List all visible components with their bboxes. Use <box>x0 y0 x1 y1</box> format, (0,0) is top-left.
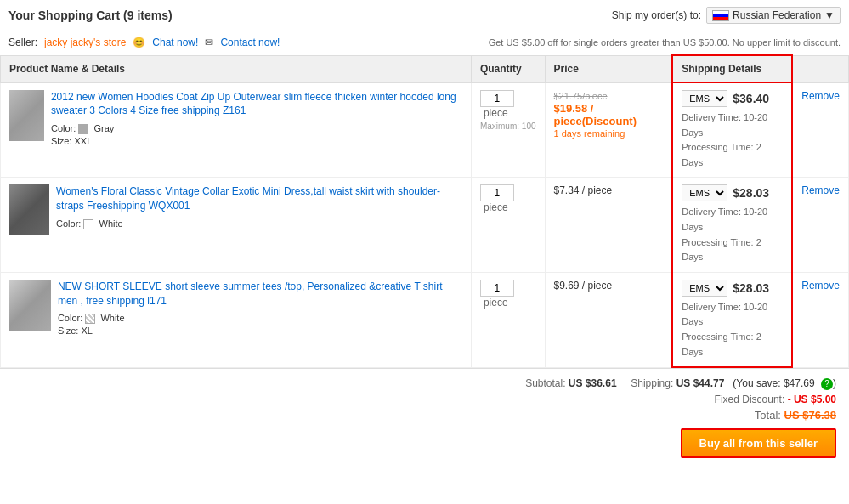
total-row: Total: US $76.38 <box>13 409 836 422</box>
price-note-1: 1 days remaining <box>554 128 625 139</box>
shipping-method-1: EMS $36.40 <box>682 90 783 107</box>
product-size-1: Size: XXL <box>51 136 462 146</box>
subtotal-row: Subtotal: US $36.61 Shipping: US $44.77 … <box>13 377 836 390</box>
delivery-info-3: Delivery Time: 10-20 Days Processing Tim… <box>682 300 783 360</box>
delivery-info-2: Delivery Time: 10-20 Days Processing Tim… <box>682 205 783 264</box>
fixed-discount-amount: - US $5.00 <box>788 394 836 405</box>
product-cell-2: Women's Floral Classic Vintage Collar Ex… <box>1 178 472 272</box>
product-size-3: Size: XL <box>58 326 462 336</box>
col-quantity-header: Quantity <box>471 55 545 82</box>
action-cell-2: Remove <box>792 178 848 272</box>
total-amount: US $76.38 <box>784 409 836 422</box>
price-discount-1: $19.58 / piece(Discount) <box>554 102 664 127</box>
shipping-cell-1: EMS $36.40 Delivery Time: 10-20 Days Pro… <box>672 82 792 178</box>
save-label: You save: $47.69 <box>736 377 814 389</box>
cart-table: Product Name & Details Quantity Price Sh… <box>0 54 849 368</box>
shipping-select-1[interactable]: EMS <box>682 90 727 107</box>
save-info-icon[interactable]: ? <box>821 378 833 390</box>
shipping-cell-3: EMS $28.03 Delivery Time: 10-20 Days Pro… <box>672 272 792 367</box>
product-image-3 <box>9 280 51 331</box>
price-cell-2: $7.34 / piece <box>545 178 672 272</box>
action-cell-3: Remove <box>792 272 848 367</box>
seller-name-link[interactable]: jacky jacky's store <box>44 37 126 48</box>
table-row: Women's Floral Classic Vintage Collar Ex… <box>1 178 849 272</box>
quantity-cell-2: piece <box>471 178 545 272</box>
chat-icon: 😊 <box>133 37 145 48</box>
subtotal-label: Subtotal: <box>525 377 565 389</box>
shipping-select-2[interactable]: EMS <box>682 184 727 201</box>
product-image-2 <box>9 184 49 235</box>
page-title: Your Shopping Cart (9 items) <box>8 8 173 22</box>
price-cell-3: $9.69 / piece <box>545 272 672 367</box>
price-regular-3: $9.69 / piece <box>554 280 613 292</box>
page-header: Your Shopping Cart (9 items) Ship my ord… <box>0 0 849 31</box>
quantity-input-2[interactable] <box>480 184 514 201</box>
price-cell-1: $21.75/piece $19.58 / piece(Discount) 1 … <box>545 82 672 178</box>
seller-label: Seller: <box>8 37 37 48</box>
product-name-link-3[interactable]: NEW SHORT SLEEVE short sleeve summer tee… <box>58 280 462 309</box>
product-color-3: Color: White <box>58 313 462 324</box>
seller-bar: Seller: jacky jacky's store 😊 Chat now! … <box>0 31 849 54</box>
product-cell-1: 2012 new Women Hoodies Coat Zip Up Outer… <box>1 82 472 178</box>
delivery-info-1: Delivery Time: 10-20 Days Processing Tim… <box>682 110 783 170</box>
col-shipping-header: Shipping Details <box>672 55 792 82</box>
max-label-1: Maximum: 100 <box>480 122 536 131</box>
color-swatch-3 <box>85 314 95 324</box>
discount-message: Get US $5.00 off for single orders great… <box>489 37 841 48</box>
piece-label-2: piece <box>484 201 508 213</box>
shipping-price-1: $36.40 <box>733 92 769 105</box>
shipping-select-3[interactable]: EMS <box>682 280 727 297</box>
remove-button-2[interactable]: Remove <box>801 184 840 196</box>
shipping-label: Shipping: <box>631 377 673 389</box>
product-image-1 <box>9 90 44 141</box>
remove-button-1[interactable]: Remove <box>801 90 840 102</box>
shipping-price-3: $28.03 <box>733 281 769 295</box>
color-swatch-1 <box>78 124 88 134</box>
ship-to: Ship my order(s) to: Russian Federation … <box>612 7 841 24</box>
total-label: Total: <box>755 409 781 422</box>
shipping-method-3: EMS $28.03 <box>682 280 783 297</box>
flag-icon <box>712 10 729 21</box>
country-selector[interactable]: Russian Federation ▼ <box>706 7 841 24</box>
shipping-method-2: EMS $28.03 <box>682 184 783 201</box>
table-row: NEW SHORT SLEEVE short sleeve summer tee… <box>1 272 849 367</box>
piece-label-1: piece <box>484 107 508 119</box>
quantity-input-3[interactable] <box>480 280 514 297</box>
shipping-price-2: $28.03 <box>733 186 769 200</box>
price-regular-2: $7.34 / piece <box>554 184 613 196</box>
buy-all-container: Buy all from this seller <box>13 422 836 458</box>
product-cell-3: NEW SHORT SLEEVE short sleeve summer tee… <box>1 272 472 367</box>
discount-row: Fixed Discount: - US $5.00 <box>13 394 836 405</box>
country-name: Russian Federation <box>733 9 821 21</box>
piece-label-3: piece <box>484 297 508 309</box>
fixed-discount-label: Fixed Discount: <box>715 394 785 405</box>
shipping-cell-2: EMS $28.03 Delivery Time: 10-20 Days Pro… <box>672 178 792 272</box>
buy-all-button[interactable]: Buy all from this seller <box>681 428 836 458</box>
contact-now-button[interactable]: Contact now! <box>220 37 280 48</box>
quantity-cell-1: piece Maximum: 100 <box>471 82 545 178</box>
table-row: 2012 new Women Hoodies Coat Zip Up Outer… <box>1 82 849 178</box>
product-name-link-2[interactable]: Women's Floral Classic Vintage Collar Ex… <box>56 184 462 213</box>
subtotal-amount: US $36.61 <box>569 377 617 389</box>
ship-label: Ship my order(s) to: <box>612 9 701 21</box>
action-cell-1: Remove <box>792 82 848 178</box>
quantity-input-1[interactable] <box>480 90 514 107</box>
chat-now-button[interactable]: Chat now! <box>152 37 198 48</box>
seller-info: Seller: jacky jacky's store 😊 Chat now! … <box>8 37 280 48</box>
quantity-cell-3: piece <box>471 272 545 367</box>
dropdown-arrow-icon: ▼ <box>824 9 835 21</box>
product-color-2: Color: White <box>56 218 462 229</box>
col-price-header: Price <box>545 55 672 82</box>
col-action-header <box>792 55 848 82</box>
product-name-link-1[interactable]: 2012 new Women Hoodies Coat Zip Up Outer… <box>51 90 462 119</box>
remove-button-3[interactable]: Remove <box>801 280 840 292</box>
price-original-1: $21.75/piece <box>554 91 608 101</box>
col-product-header: Product Name & Details <box>1 55 472 82</box>
cart-footer: Subtotal: US $36.61 Shipping: US $44.77 … <box>0 368 849 467</box>
email-icon: ✉ <box>205 37 213 48</box>
product-color-1: Color: Gray <box>51 123 462 134</box>
shipping-amount: US $44.77 <box>676 377 725 389</box>
color-swatch-2 <box>83 219 93 229</box>
